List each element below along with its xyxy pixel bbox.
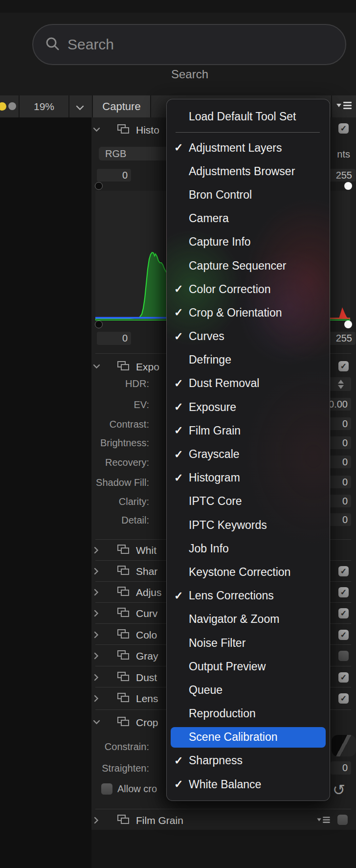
section-expand-chevron-icon[interactable] (94, 695, 101, 700)
menu-item[interactable]: IPTC Core (167, 490, 330, 513)
tool-pin-icon[interactable] (117, 650, 129, 660)
menu-item[interactable]: ✓Film Grain (167, 419, 330, 442)
menu-item[interactable]: Camera (167, 207, 330, 230)
menu-item[interactable]: ✓Crop & Orientation (167, 301, 330, 324)
highlight-output-slider-handle[interactable] (344, 320, 352, 328)
exposure-title: Expo (136, 361, 159, 373)
tool-pin-icon[interactable] (117, 672, 129, 682)
menu-item[interactable]: Keystone Correction (167, 560, 330, 584)
histogram-collapse-chevron-icon[interactable] (93, 127, 100, 132)
menu-item[interactable]: ✓Sharpness (167, 749, 330, 773)
reset-adjustments-icon[interactable]: ↺ (333, 781, 345, 799)
tool-pin-icon[interactable] (117, 587, 129, 596)
histogram-enabled-checkbox[interactable]: ✓ (338, 123, 349, 134)
menu-item[interactable]: Capture Info (167, 230, 330, 254)
histogram-highlight-level-field[interactable]: 255 (327, 169, 356, 182)
film-grain-presets-icon[interactable] (317, 817, 330, 823)
allow-crop-checkbox[interactable] (101, 783, 112, 795)
menu-item[interactable]: Queue (167, 678, 330, 702)
menu-item[interactable]: ✓White Balance (167, 773, 330, 796)
section-dust-removal[interactable]: Dust (136, 672, 157, 684)
section-enabled-checkbox[interactable]: ✓ (338, 587, 349, 597)
histogram-highlight-output-field[interactable]: 255 (327, 332, 356, 345)
shadow-output-slider-handle[interactable] (95, 320, 103, 328)
menu-item[interactable]: ✓Grayscale (167, 442, 330, 466)
section-enabled-checkbox[interactable]: ✓ (338, 566, 349, 576)
straighten-value-field[interactable]: 0 (331, 761, 351, 775)
histogram-channel-button[interactable]: RGB (99, 147, 172, 160)
tool-pin-icon[interactable] (117, 566, 129, 575)
menu-item[interactable]: Adjustments Browser (167, 160, 330, 183)
section-expand-chevron-icon[interactable] (94, 652, 101, 657)
section-curves[interactable]: Curv (136, 608, 157, 619)
tool-pin-icon[interactable] (117, 717, 129, 727)
tool-pin-icon[interactable] (117, 693, 129, 703)
section-expand-chevron-icon[interactable] (94, 568, 101, 572)
crop-collapse-chevron-icon[interactable] (93, 720, 100, 725)
tool-pin-icon[interactable] (117, 815, 129, 824)
section-enabled-checkbox[interactable] (338, 651, 349, 661)
checkmark-icon: ✓ (174, 283, 183, 296)
section-enabled-checkbox[interactable]: ✓ (338, 693, 349, 704)
section-grayscale[interactable]: Gray (136, 650, 158, 662)
checkmark-icon: ✓ (174, 472, 183, 484)
menu-item[interactable]: IPTC Keywords (167, 513, 330, 537)
hdr-stepper-arrows-icon[interactable] (338, 380, 344, 389)
section-white-balance[interactable]: Whit (136, 545, 156, 556)
highlight-slider-handle[interactable] (344, 182, 352, 190)
checkmark-icon: ✓ (174, 377, 183, 390)
histogram-shadow-output-field[interactable]: 0 (97, 332, 131, 345)
menu-item[interactable]: Job Info (167, 537, 330, 560)
brightness-label: Brightness: (91, 437, 149, 449)
section-enabled-checkbox[interactable]: ✓ (338, 672, 349, 683)
menu-item[interactable]: Reproduction (167, 702, 330, 726)
search-input[interactable] (67, 36, 303, 53)
menu-item[interactable]: Noise Filter (167, 631, 330, 655)
section-enabled-checkbox[interactable]: ✓ (338, 608, 349, 618)
tool-pin-icon[interactable] (117, 629, 129, 639)
checkmark-icon: ✓ (174, 778, 183, 791)
constrain-ratio-widget[interactable] (332, 735, 356, 756)
shadow-slider-handle[interactable] (95, 182, 103, 190)
film-grain-enabled-checkbox[interactable] (337, 815, 348, 825)
menu-item-load-default-tool-set[interactable]: Load Default Tool Set (167, 104, 330, 129)
menu-item[interactable]: ✓Adjustment Layers (167, 136, 330, 160)
histogram-shadow-level-field[interactable]: 0 (97, 169, 131, 182)
menu-item[interactable]: Defringe (167, 348, 330, 372)
menu-item[interactable]: ✓Exposure (167, 395, 330, 419)
zoom-dropdown-chevron-icon[interactable] (76, 104, 84, 113)
section-expand-chevron-icon[interactable] (94, 547, 101, 551)
section-lens[interactable]: Lens (136, 693, 158, 705)
tool-pin-icon[interactable] (117, 608, 129, 617)
section-expand-chevron-icon[interactable] (94, 610, 101, 615)
gray-tag-dot[interactable] (8, 102, 16, 110)
menu-item[interactable]: Bron Control (167, 183, 330, 206)
tool-pin-icon[interactable] (117, 361, 129, 371)
section-adjustments[interactable]: Adjus (136, 587, 162, 598)
section-color[interactable]: Colo (136, 629, 157, 641)
tool-pin-icon[interactable] (117, 545, 129, 554)
yellow-tag-dot[interactable] (0, 102, 6, 111)
menu-item[interactable]: ✓Histogram (167, 466, 330, 490)
film-grain-expand-chevron-icon[interactable] (94, 817, 101, 822)
section-expand-chevron-icon[interactable] (94, 631, 101, 636)
menu-item[interactable]: ✓Dust Removal (167, 372, 330, 395)
section-enabled-checkbox[interactable]: ✓ (338, 630, 349, 640)
tool-presets-menu-icon[interactable] (336, 102, 352, 109)
section-sharpening[interactable]: Shar (136, 566, 157, 577)
exposure-enabled-checkbox[interactable]: ✓ (338, 361, 349, 371)
exposure-collapse-chevron-icon[interactable] (93, 364, 100, 369)
tool-pin-icon[interactable] (117, 124, 129, 134)
section-expand-chevron-icon[interactable] (94, 589, 101, 594)
menu-item[interactable]: Capture Sequencer (167, 254, 330, 277)
menu-item[interactable]: ✓Curves (167, 325, 330, 348)
zoom-level[interactable]: 19% (20, 95, 68, 117)
menu-item[interactable]: ✓Color Correction (167, 277, 330, 301)
menu-item[interactable]: Output Preview (167, 655, 330, 678)
menu-item[interactable]: Navigator & Zoom (167, 608, 330, 631)
menu-item[interactable]: ✓Lens Corrections (167, 584, 330, 608)
search-field[interactable] (32, 24, 346, 65)
menu-item-scene-calibration-highlighted[interactable]: Scene Calibration (167, 726, 330, 749)
section-expand-chevron-icon[interactable] (94, 674, 101, 679)
tab-capture[interactable]: Capture (93, 95, 150, 117)
